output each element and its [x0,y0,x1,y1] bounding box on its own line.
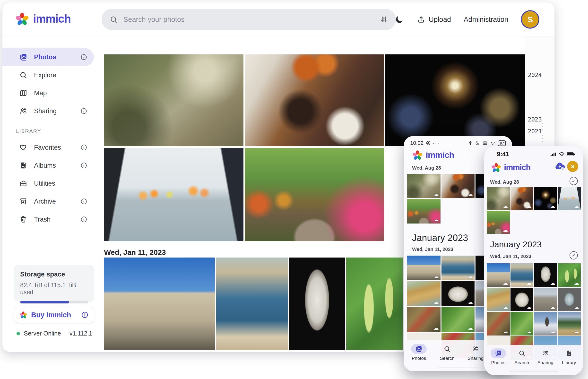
photo-lizard1[interactable]: ☁ [407,307,441,332]
photo-monkeys[interactable]: ☁ [487,187,510,210]
dark-mode-toggle-icon[interactable] [395,15,404,24]
buy-immich-button[interactable]: Buy Immich [14,307,94,323]
photo-dinner[interactable] [245,54,384,146]
photo-ruins[interactable]: ☁ [534,288,557,311]
photo-lizard2[interactable]: ☁ [442,307,475,332]
photo-village[interactable]: ☁ [558,312,581,335]
desktop-background: immich Up [0,0,588,379]
photo-seagrape[interactable] [346,257,403,350]
sidebar-item-sharing[interactable]: Sharing [2,102,94,120]
photo-coast[interactable]: ☁ [442,256,475,280]
search-filter-icon[interactable] [380,16,388,23]
nav-item-sharing[interactable]: Sharing [468,344,484,361]
timeline-tick [541,138,543,139]
photo-sculpt2[interactable]: ☁ [442,281,475,306]
photo-fortress[interactable]: ☁ [407,256,441,280]
info-icon[interactable] [80,162,87,169]
sidebar-item-archive[interactable]: Archive [2,192,94,210]
search-bar[interactable] [102,9,396,30]
sidebar-item-utilities[interactable]: Utilities [2,174,94,192]
photo-fireworks[interactable] [385,54,525,146]
photo-coast[interactable]: ☁ [510,263,534,287]
cloud-sync-icon: ☁ [574,329,579,334]
photo-lizard1[interactable]: ☁ [487,312,510,335]
immich-flower-icon [19,311,27,319]
photo-bust[interactable]: ☁ [534,263,557,287]
user-avatar[interactable]: S [567,161,578,172]
photo-lizard2[interactable]: ☁ [510,312,534,335]
scrubber-year[interactable]: 2023 [528,116,542,123]
nav-item-search[interactable]: Search [514,348,530,365]
utilities-icon [19,180,27,187]
server-version: v1.112.1 [69,330,92,337]
upload-button[interactable]: Upload [417,15,451,24]
nav-item-sharing[interactable]: Sharing [538,348,554,365]
no-sim-icon [482,141,488,145]
info-icon[interactable] [80,107,87,115]
photo-seagrape[interactable]: ☁ [558,263,581,287]
wifi-icon [559,152,565,157]
administration-link[interactable]: Administration [464,16,508,24]
heart-icon [19,143,27,151]
nav-label: Sharing [468,356,484,361]
photo-autumn[interactable] [245,148,384,241]
nav-label: Photos [491,360,506,365]
sidebar-item-photos[interactable]: Photos [2,48,94,66]
photo-sculpt2[interactable]: ☁ [510,288,534,311]
photo-beach[interactable]: ☁ [487,288,510,311]
photo-centerpiece[interactable]: ☁ [558,288,581,311]
photo-coast[interactable] [216,257,288,350]
sidebar-item-albums[interactable]: Albums [2,157,94,174]
photo-autumn[interactable]: ☁ [487,211,510,234]
user-avatar[interactable]: S [521,10,540,29]
photo-monkeys[interactable]: ☁ [407,174,441,198]
library-section-header: LIBRARY [2,120,97,139]
sidebar-item-trash[interactable]: Trash [2,210,94,228]
photo-grid: ☁☁☁☁☁ [487,187,581,234]
date-group-header: Wed, Jan 11, 2023 [104,248,166,256]
cloud-sync-icon: ☁ [468,274,473,279]
photo-hands[interactable]: ☁ [558,187,581,210]
photo-dinner[interactable]: ☁ [510,187,534,210]
immich-logo[interactable]: immich [15,12,71,26]
search-input[interactable] [123,16,374,24]
photo-fireworks[interactable]: ☁ [534,187,557,210]
cloud-sync-icon: ☁ [468,300,473,305]
scrubber-year[interactable]: 2024 [528,72,542,79]
photo-fortress[interactable]: ☁ [487,263,510,287]
info-icon[interactable] [80,53,87,61]
scrubber-year[interactable]: 2021 [528,128,542,135]
nav-item-photos[interactable]: Photos [491,348,506,365]
info-icon[interactable] [80,144,87,151]
sidebar-label: Sharing [34,107,57,115]
select-all-check-icon[interactable]: ✓ [570,251,578,259]
photo-autumn[interactable]: ☁ [407,199,441,223]
photo-beach[interactable]: ☁ [407,281,441,306]
sidebar-item-favorites[interactable]: Favorites [2,139,94,157]
info-icon[interactable] [80,198,87,205]
immich-logo: immich [412,150,454,160]
sidebar-item-explore[interactable]: Explore [2,66,94,84]
photo-fortress[interactable] [104,257,215,350]
cloud-sync-icon: ☁ [434,192,439,197]
nav-item-library[interactable]: Library [561,348,577,365]
buy-immich-label: Buy Immich [31,311,71,319]
nav-item-photos[interactable]: Photos [411,344,427,361]
photo-hands[interactable] [104,148,243,241]
cloud-backup-icon[interactable] [555,162,565,171]
photo-winter[interactable]: ☁ [534,312,557,335]
archive-icon [19,198,27,205]
logo-wordmark: immich [504,163,531,172]
nav-item-search[interactable]: Search [439,344,455,361]
photo-bust[interactable] [289,257,345,350]
info-icon[interactable] [81,311,89,319]
photo-monkeys[interactable] [104,54,243,146]
cloud-sync-icon: ☁ [468,192,473,197]
date-group-header: Wed, Aug 28 [490,179,519,185]
select-all-check-icon[interactable]: ✓ [570,177,578,185]
server-online-dot [16,332,20,335]
info-icon[interactable] [80,216,87,223]
photo-dinner[interactable]: ☁ [442,174,475,198]
sidebar-item-map[interactable]: Map [2,84,94,102]
photos-icon [19,53,27,61]
